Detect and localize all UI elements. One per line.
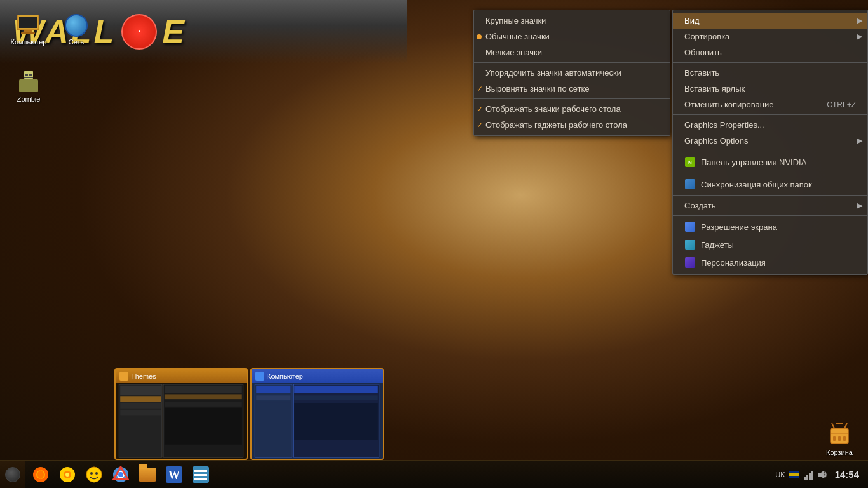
svg-rect-12 xyxy=(838,436,841,441)
menu-label: Вставить ярлык xyxy=(684,84,745,93)
menu-label: Панель управления NVIDIA xyxy=(701,158,806,167)
clock-time: 14:54 xyxy=(835,469,859,480)
preview-titlebar: Themes xyxy=(116,369,247,383)
preview-content xyxy=(116,383,247,459)
sync-icon xyxy=(684,179,696,190)
separator xyxy=(673,114,867,115)
menu-item-small-icons[interactable]: Мелкие значки xyxy=(474,44,670,60)
taskbar-chrome[interactable] xyxy=(108,463,133,486)
svg-rect-54 xyxy=(806,475,808,480)
svg-rect-6 xyxy=(25,74,28,76)
svg-rect-21 xyxy=(165,386,242,393)
menu-item-graphics-props[interactable]: Graphics Properties... xyxy=(673,117,867,133)
svg-rect-48 xyxy=(194,470,207,472)
desktop-icon-basket[interactable]: Корзина xyxy=(817,418,862,456)
context-menu-view: Крупные значки Обычные значки Мелкие зна… xyxy=(473,10,670,136)
svg-rect-55 xyxy=(809,473,811,480)
taskbar-word[interactable]: W xyxy=(161,463,187,486)
svg-rect-31 xyxy=(294,386,378,393)
menu-item-large-icons[interactable]: Крупные значки xyxy=(474,13,670,29)
walle-logo-dot: · xyxy=(121,14,157,50)
menu-item-paste[interactable]: Вставить xyxy=(673,65,867,81)
svg-rect-53 xyxy=(804,477,806,480)
preview-title: Компьютер xyxy=(267,372,303,380)
computer-icon xyxy=(17,15,40,36)
menu-item-align-grid[interactable]: ✓ Выровнять значки по сетке xyxy=(474,81,670,97)
menu-item-view[interactable]: Вид ▶ xyxy=(673,13,867,29)
menu-item-sync[interactable]: Синхронизация общих папок xyxy=(673,175,867,193)
taskbar-explorer[interactable] xyxy=(135,463,160,486)
themes-preview-window[interactable]: Themes xyxy=(114,368,248,460)
menu-item-show-icons[interactable]: ✓ Отображать значки рабочего стола xyxy=(474,101,670,117)
separator xyxy=(673,195,867,196)
menu-label: Обычные значки xyxy=(485,32,550,41)
separator xyxy=(673,173,867,173)
menu-item-screen-res[interactable]: Разрешение экрана xyxy=(673,218,867,236)
menu-label: Персонализация xyxy=(701,258,766,268)
svg-text:W: W xyxy=(168,469,180,482)
volume-icon[interactable] xyxy=(817,470,827,480)
menu-item-auto-arrange[interactable]: Упорядочить значки автоматически xyxy=(474,65,670,81)
svg-rect-32 xyxy=(294,395,378,400)
keyboard-shortcut: CTRL+Z xyxy=(827,100,856,109)
svg-rect-24 xyxy=(165,408,242,445)
menu-item-normal-icons[interactable]: Обычные значки xyxy=(474,29,670,44)
separator xyxy=(673,215,867,216)
desktop-icon-computer[interactable]: Компьютер xyxy=(6,13,51,46)
svg-rect-30 xyxy=(256,403,290,408)
taskbar-messenger[interactable] xyxy=(81,463,107,486)
preview-title: Themes xyxy=(131,372,156,380)
menu-label: Сортировка xyxy=(684,32,729,41)
svg-rect-1 xyxy=(19,17,37,28)
submenu-arrow-icon: ▶ xyxy=(857,137,862,145)
menu-item-sort[interactable]: Сортировка ▶ xyxy=(673,29,867,44)
menu-item-undo-copy[interactable]: Отменить копирование CTRL+Z xyxy=(673,97,867,112)
network-tray-icon[interactable] xyxy=(803,470,813,480)
desktop-icon-network[interactable]: Сеть xyxy=(54,13,98,46)
firefox-icon xyxy=(32,466,49,483)
flag-icon xyxy=(789,470,799,480)
taskbar-preview-area: Themes xyxy=(114,368,384,460)
menu-item-create[interactable]: Создать ▶ xyxy=(673,198,867,214)
check-icon: ✓ xyxy=(477,85,483,93)
menu-item-refresh[interactable]: Обновить xyxy=(673,44,867,60)
taskbar-sunbird[interactable] xyxy=(55,463,80,486)
separator xyxy=(474,98,670,99)
menu-label: Отображать значки рабочего стола xyxy=(485,104,621,114)
walle-logo-text2: E xyxy=(162,13,187,51)
svg-rect-7 xyxy=(29,74,32,76)
menu-label: Упорядочить значки автоматически xyxy=(485,68,621,78)
menu-label: Синхронизация общих папок xyxy=(701,180,812,189)
preview-titlebar: Компьютер xyxy=(252,369,383,383)
svg-rect-28 xyxy=(256,386,290,393)
preview-content xyxy=(252,383,383,459)
menu-item-nvidia[interactable]: N Панель управления NVIDIA xyxy=(673,153,867,171)
menu-label: Graphics Options xyxy=(684,136,748,146)
svg-rect-5 xyxy=(19,79,38,92)
clock-display: 14:54 xyxy=(831,469,863,480)
menu-item-show-gadgets[interactable]: ✓ Отображать гаджеты рабочего стола xyxy=(474,117,670,133)
separator xyxy=(474,62,670,63)
bullet-icon xyxy=(477,34,482,39)
svg-rect-2 xyxy=(24,30,32,32)
svg-rect-15 xyxy=(119,384,162,458)
sunbird-icon xyxy=(59,466,76,483)
chrome-icon xyxy=(112,466,129,483)
menu-item-graphics-options[interactable]: Graphics Options ▶ xyxy=(673,133,867,149)
basket-icon-label: Корзина xyxy=(826,449,853,456)
menu-item-paste-shortcut[interactable]: Вставить ярлык xyxy=(673,81,867,97)
svg-point-39 xyxy=(86,467,102,482)
menu-item-personalize[interactable]: Персонализация xyxy=(673,254,867,271)
taskbar-firefox[interactable] xyxy=(28,463,53,486)
start-button[interactable] xyxy=(0,461,25,489)
desktop-icon-zombie[interactable]: Zombie xyxy=(6,70,51,103)
separator xyxy=(673,62,867,63)
svg-rect-50 xyxy=(194,478,207,480)
menu-item-gadgets[interactable]: Гаджеты xyxy=(673,236,867,254)
taskbar-settings[interactable] xyxy=(188,463,214,486)
svg-point-44 xyxy=(118,472,123,477)
submenu-arrow-icon: ▶ xyxy=(857,17,862,25)
menu-label: Graphics Properties... xyxy=(684,120,764,130)
svg-rect-18 xyxy=(120,396,161,402)
computer-preview-window[interactable]: Компьютер xyxy=(250,368,384,460)
